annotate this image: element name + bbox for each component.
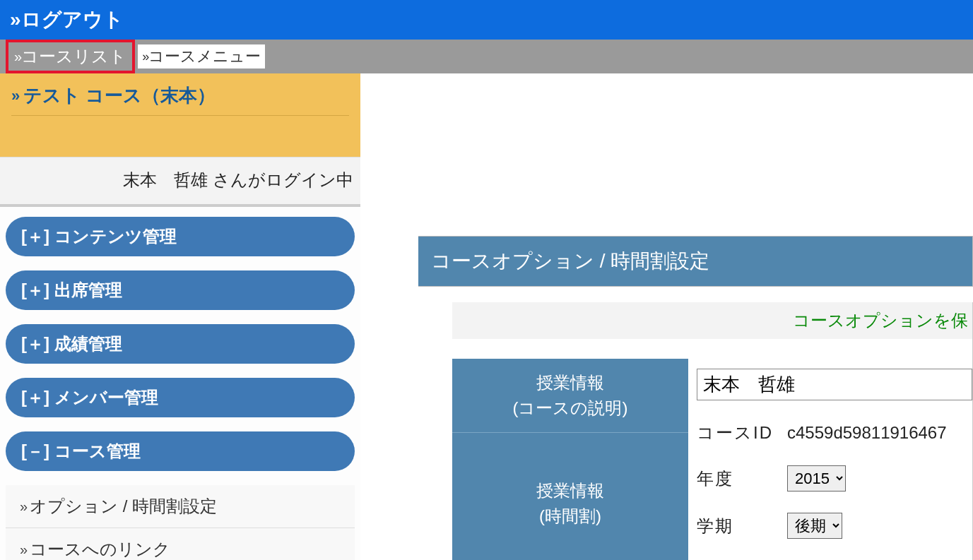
table-header-timetable: 授業情報 (時間割) [452, 433, 688, 560]
sidebar-subitem-courselink[interactable]: » コースへのリンク [6, 528, 355, 560]
sidebar-item-members[interactable]: [＋] メンバー管理 [6, 378, 355, 417]
logout-link[interactable]: ログアウト [21, 6, 124, 33]
success-message: コースオプションを保 [452, 302, 972, 339]
panel-title: コースオプション / 時間割設定 [418, 236, 973, 287]
sidebar-item-contents[interactable]: [＋] コンテンツ管理 [6, 217, 355, 256]
chevron-right-icon: » [10, 8, 17, 31]
table-value-column: コースID c4559d59811916467 年度 2015 学期 [688, 359, 972, 560]
table-header-class-info: 授業情報 (コースの説明) [452, 359, 688, 433]
chevron-right-icon: » [142, 49, 146, 64]
breadcrumb-course-menu[interactable]: » コースメニュー [138, 44, 265, 68]
sidebar-subitem-label: オプション / 時間割設定 [30, 495, 217, 518]
cell-line: 授業情報 [455, 370, 685, 395]
label-term: 学期 [697, 515, 787, 537]
course-info-table: 授業情報 (コースの説明) 授業情報 (時間割) コースID c4559d598… [452, 359, 972, 560]
panel-body: コースオプションを保 授業情報 (コースの説明) 授業情報 (時間割) [418, 302, 973, 560]
login-status: 末本 哲雄 さんがログイン中 [0, 157, 360, 207]
breadcrumb-course-list[interactable]: » コースリスト [6, 40, 135, 73]
course-header: » テスト コース（末本） [0, 73, 360, 157]
course-title: テスト コース（末本） [23, 83, 216, 108]
row-term: 学期 後期 [697, 513, 972, 539]
label-course-id: コースID [697, 422, 787, 444]
chevron-right-icon: » [11, 87, 16, 105]
sidebar-subitem-label: コースへのリンク [30, 538, 170, 560]
sidebar: » テスト コース（末本） 末本 哲雄 さんがログイン中 [＋] コンテンツ管理… [0, 73, 360, 560]
sidebar-subitem-options[interactable]: » オプション / 時間割設定 [6, 485, 355, 528]
sidebar-item-attendance[interactable]: [＋] 出席管理 [6, 270, 355, 310]
table-header-column: 授業情報 (コースの説明) 授業情報 (時間割) [452, 359, 688, 560]
label-year: 年度 [697, 467, 787, 490]
chevron-right-icon: » [20, 499, 24, 515]
cell-line: (時間割) [455, 504, 685, 529]
sidebar-menu: [＋] コンテンツ管理 [＋] 出席管理 [＋] 成績管理 [＋] メンバー管理… [0, 207, 360, 560]
sidebar-item-course-mgmt[interactable]: [－] コース管理 [6, 431, 355, 471]
chevron-right-icon: » [20, 542, 24, 558]
breadcrumb-label: コースリスト [21, 45, 126, 68]
cell-line: (コースの説明) [455, 395, 685, 421]
sidebar-item-grades[interactable]: [＋] 成績管理 [6, 324, 355, 364]
cell-line: 授業情報 [455, 478, 685, 504]
top-bar: » ログアウト [0, 0, 973, 40]
course-name-input[interactable] [697, 369, 972, 400]
breadcrumb-bar: » コースリスト » コースメニュー [0, 40, 973, 73]
select-year[interactable]: 2015 [787, 465, 846, 492]
row-year: 年度 2015 [697, 465, 972, 492]
row-course-id: コースID c4559d59811916467 [697, 422, 972, 444]
select-term[interactable]: 後期 [787, 513, 842, 539]
chevron-right-icon: » [14, 49, 18, 65]
course-title-link[interactable]: » テスト コース（末本） [11, 83, 349, 116]
breadcrumb-label: コースメニュー [148, 46, 261, 67]
value-course-id: c4559d59811916467 [787, 423, 947, 443]
main-area: コースオプション / 時間割設定 コースオプションを保 授業情報 (コースの説明… [360, 73, 973, 560]
